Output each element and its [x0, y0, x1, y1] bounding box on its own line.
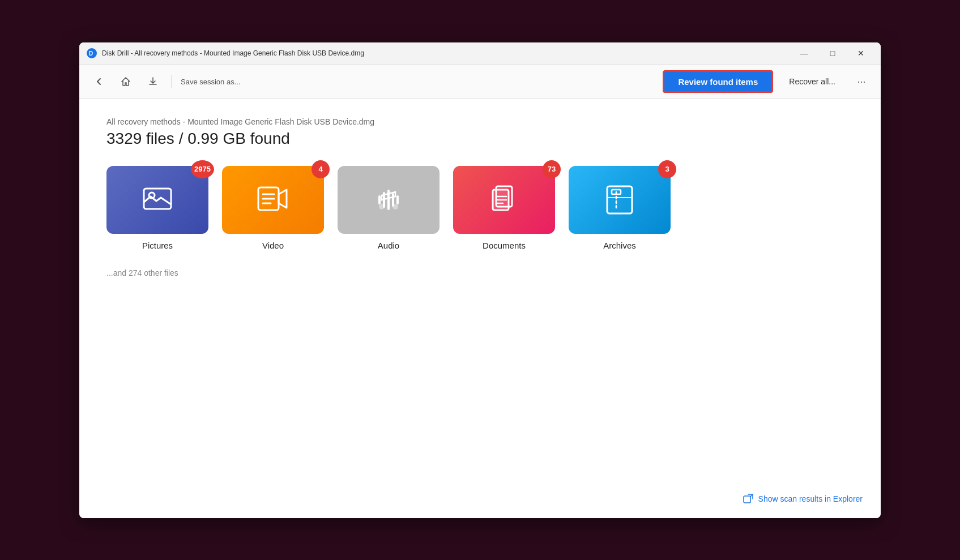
minimize-button[interactable]: — — [791, 44, 817, 62]
download-icon — [147, 76, 159, 87]
video-icon-bg — [222, 166, 324, 234]
svg-rect-19 — [744, 496, 750, 503]
window-controls: — □ ✕ — [791, 44, 874, 62]
documents-label: Documents — [483, 241, 526, 250]
title-bar: D Disk Drill - All recovery methods - Mo… — [79, 42, 881, 65]
save-session-label: Save session as... — [181, 78, 241, 86]
pictures-card[interactable]: 2975 Pictures — [106, 166, 208, 250]
archives-badge: 3 — [658, 160, 676, 178]
archives-svg — [601, 182, 638, 218]
documents-badge: 73 — [543, 160, 561, 178]
home-button[interactable] — [114, 71, 137, 92]
documents-svg — [486, 182, 522, 218]
back-button[interactable] — [88, 71, 110, 92]
pictures-svg — [139, 182, 176, 218]
documents-card[interactable]: 73 Documents — [453, 166, 555, 250]
audio-icon-bg — [338, 166, 440, 234]
main-content: All recovery methods - Mounted Image Gen… — [79, 99, 881, 518]
home-icon — [120, 76, 131, 87]
archives-card[interactable]: 3 Archives — [569, 166, 671, 250]
video-label: Video — [262, 241, 284, 250]
more-options-button[interactable]: ··· — [851, 71, 872, 92]
archives-icon-wrap: 3 — [569, 166, 671, 234]
maximize-button[interactable]: □ — [820, 44, 846, 62]
documents-icon-wrap: 73 — [453, 166, 555, 234]
review-found-items-button[interactable]: Review found items — [663, 70, 773, 93]
window-title: Disk Drill - All recovery methods - Moun… — [102, 49, 791, 57]
svg-text:D: D — [89, 50, 93, 57]
pictures-label: Pictures — [142, 241, 173, 250]
app-window: D Disk Drill - All recovery methods - Mo… — [79, 42, 881, 518]
back-icon — [94, 76, 104, 87]
footer-area: Show scan results in Explorer — [743, 493, 863, 505]
download-button[interactable] — [142, 71, 164, 92]
other-files-text: ...and 274 other files — [106, 268, 854, 277]
audio-card[interactable]: Audio — [338, 166, 440, 250]
toolbar: Save session as... Review found items Re… — [79, 65, 881, 99]
svg-point-9 — [392, 204, 398, 210]
file-type-cards: 2975 Pictures 4 — [106, 166, 854, 250]
show-scan-results-link[interactable]: Show scan results in Explorer — [758, 494, 863, 503]
documents-icon-bg — [453, 166, 555, 234]
svg-point-8 — [379, 204, 385, 210]
close-button[interactable]: ✕ — [848, 44, 874, 62]
toolbar-divider — [171, 75, 172, 88]
export-icon — [743, 493, 754, 505]
files-found-title: 3329 files / 0.99 GB found — [106, 130, 854, 148]
video-svg — [255, 182, 291, 218]
app-logo: D — [86, 48, 97, 59]
audio-label: Audio — [378, 241, 399, 250]
archives-label: Archives — [603, 241, 636, 250]
recover-all-button[interactable]: Recover all... — [778, 70, 847, 93]
video-card[interactable]: 4 Video — [222, 166, 324, 250]
video-badge: 4 — [312, 160, 330, 178]
scan-subtitle: All recovery methods - Mounted Image Gen… — [106, 117, 854, 126]
pictures-icon-wrap: 2975 — [106, 166, 208, 234]
audio-svg — [370, 182, 407, 218]
pictures-badge: 2975 — [191, 160, 214, 178]
video-icon-wrap: 4 — [222, 166, 324, 234]
audio-icon-wrap — [338, 166, 440, 234]
archives-icon-bg — [569, 166, 671, 234]
pictures-icon-bg — [106, 166, 208, 234]
